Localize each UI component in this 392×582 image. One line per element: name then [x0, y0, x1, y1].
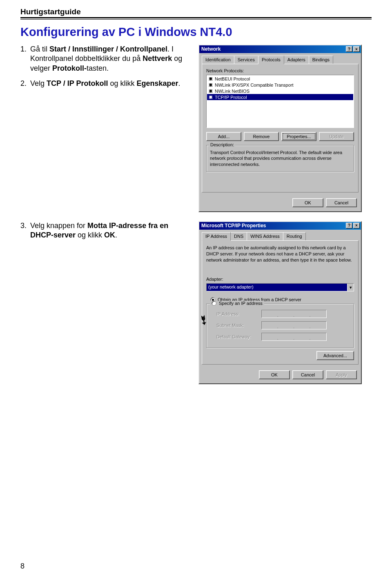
advanced-row: Advanced...	[206, 351, 354, 360]
step-text: Velg TCP / IP Protokoll og klikk Egenska…	[30, 79, 180, 88]
list-item[interactable]: 🞽NetBEUI Protocol	[207, 76, 353, 82]
row-1: 1. Gå til Start / Innstillinger / Kontro…	[20, 45, 372, 212]
steps-col-1: 1. Gå til Start / Innstillinger / Kontro…	[20, 45, 192, 212]
apply-button: Apply	[326, 370, 357, 379]
ip-address-label: IP Address:	[216, 311, 261, 316]
tab-adapters[interactable]: Adapters	[284, 56, 309, 64]
step-text: Gå til Start / Innstillinger / Kontrollp…	[30, 45, 192, 73]
radio-icon[interactable]	[212, 301, 216, 306]
tab-panel: Network Protocols: 🞽NetBEUI Protocol 🞽NW…	[202, 64, 359, 193]
page-header: Hurtigstartguide	[20, 7, 372, 18]
ip-address-row: IP Address:	[216, 310, 350, 318]
step-num: 2.	[20, 79, 30, 88]
tab-dns[interactable]: DNS	[230, 232, 247, 240]
protocol-icon: 🞽	[208, 82, 213, 87]
tab-panel: An IP address can be automatically assig…	[202, 240, 359, 365]
protocol-icon: 🞽	[208, 88, 213, 94]
step-3: 3. Velg knappen for Motta IP-adresse fra…	[20, 221, 192, 240]
default-gateway-row: Default Gateway:	[216, 333, 350, 341]
tab-routing[interactable]: Routing	[283, 232, 306, 240]
radio-label: Specify an IP address	[219, 301, 263, 306]
dialog-title: Microsoft TCP/IP Properties	[201, 223, 266, 228]
ok-button[interactable]: OK	[292, 198, 323, 207]
properties-button[interactable]: Properties...	[281, 132, 316, 141]
tab-protocols[interactable]: Protocols	[258, 56, 284, 64]
list-item[interactable]: 🞽NWLink IPX/SPX Compatible Transport	[207, 82, 353, 88]
subnet-mask-field	[261, 321, 327, 329]
description-group: Description: Transport Control Protocol/…	[206, 145, 354, 172]
cancel-button[interactable]: Cancel	[292, 370, 323, 379]
row-2: 3. Velg knappen for Motta IP-adresse fra…	[20, 221, 372, 385]
protocol-icon: 🞽	[208, 94, 213, 100]
description-label: Description:	[209, 142, 235, 147]
step-2: 2. Velg TCP / IP Protokoll og klikk Egen…	[20, 79, 192, 88]
titlebar: Microsoft TCP/IP Properties ? ×	[199, 222, 361, 230]
dialog-bottom-buttons: OK Cancel	[199, 195, 361, 211]
tab-services[interactable]: Services	[234, 56, 258, 64]
tab-bindings[interactable]: Bindings	[309, 56, 333, 64]
network-dialog: Network ? × Identification Services Prot…	[198, 45, 362, 212]
close-button[interactable]: ×	[353, 46, 360, 52]
list-item[interactable]: 🞽NWLink NetBIOS	[207, 88, 353, 94]
dialog-bottom-buttons: OK Cancel Apply	[199, 367, 361, 383]
add-button[interactable]: Add...	[206, 132, 241, 141]
button-row: Add... Remove Properties... Update	[206, 132, 354, 141]
help-button[interactable]: ?	[346, 223, 352, 228]
page-number: 8	[20, 562, 24, 571]
protocol-list[interactable]: 🞽NetBEUI Protocol 🞽NWLink IPX/SPX Compat…	[206, 75, 354, 128]
cancel-button[interactable]: Cancel	[326, 198, 357, 207]
adapter-value: (your network adapter)	[207, 284, 347, 291]
close-button[interactable]: ×	[353, 223, 360, 228]
step-num: 1.	[20, 45, 30, 73]
help-button[interactable]: ?	[346, 46, 352, 52]
tab-wins[interactable]: WINS Address	[247, 232, 283, 240]
steps-col-2: 3. Velg knappen for Motta IP-adresse fra…	[20, 221, 192, 385]
default-gateway-label: Default Gateway:	[216, 334, 261, 339]
tcpip-dialog: Microsoft TCP/IP Properties ? × IP Addre…	[198, 221, 362, 385]
ip-address-field	[261, 310, 327, 318]
update-button: Update	[319, 132, 354, 141]
step-num: 3.	[20, 221, 30, 240]
ip-grid: IP Address: Subnet Mask: Default Gateway…	[216, 310, 350, 341]
adapter-combo[interactable]: (your network adapter) ▾	[206, 283, 354, 291]
dialog-title: Network	[201, 46, 220, 52]
list-item-selected[interactable]: 🞽TCP/IP Protocol	[207, 94, 353, 100]
tab-ipaddress[interactable]: IP Address	[202, 232, 231, 241]
default-gateway-field	[261, 333, 327, 341]
tab-identification[interactable]: Identification	[202, 56, 234, 64]
header-underline	[20, 19, 372, 20]
remove-button[interactable]: Remove	[244, 132, 279, 141]
specify-group: Specify an IP address IP Address: Subnet…	[206, 304, 354, 348]
section-title: Konfigurering av PC i Windows NT4.0	[20, 25, 372, 39]
advanced-button[interactable]: Advanced...	[316, 351, 354, 360]
radio-specify[interactable]: Specify an IP address	[210, 301, 264, 306]
subnet-mask-row: Subnet Mask:	[216, 321, 350, 329]
step-text: Velg knappen for Motta IP-adresse fra en…	[30, 221, 192, 240]
info-text: An IP address can be automatically assig…	[206, 245, 354, 263]
adapter-label: Adapter:	[206, 277, 354, 282]
tab-strip: Identification Services Protocols Adapte…	[199, 53, 361, 64]
description-text: Transport Control Protocol/Internet Prot…	[210, 149, 350, 168]
ok-button[interactable]: OK	[259, 370, 290, 379]
protocol-icon: 🞽	[208, 76, 213, 81]
chevron-down-icon[interactable]: ▾	[347, 284, 354, 291]
subnet-mask-label: Subnet Mask:	[216, 323, 261, 328]
tab-strip: IP Address DNS WINS Address Routing	[199, 230, 361, 240]
list-label: Network Protocols:	[206, 68, 354, 73]
titlebar: Network ? ×	[199, 45, 361, 53]
step-1: 1. Gå til Start / Innstillinger / Kontro…	[20, 45, 192, 73]
